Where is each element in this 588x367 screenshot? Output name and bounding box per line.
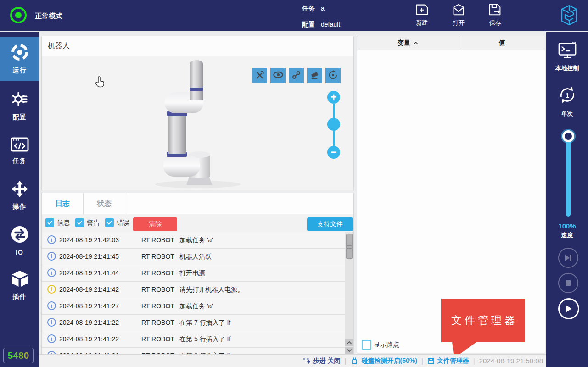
log-row[interactable]: i 2024-08-19 21:41:22 RT ROBOT 在第 5 行插入了… [42, 331, 345, 348]
new-task-button[interactable]: 新建 [408, 3, 436, 27]
counter-badge: 5480 [3, 348, 34, 363]
robot-arm-model [152, 56, 244, 189]
skip-icon [564, 254, 572, 261]
collision-detection-status[interactable]: 碰撞检测开启(50%) [351, 357, 417, 365]
sidebar-item-io[interactable]: IO [0, 224, 39, 257]
file-manager-callout: 文件管理器 [441, 299, 525, 342]
right-sidebar: 本地控制 1 单次 100% 速度 [546, 32, 588, 367]
log-row[interactable]: i 2024-08-19 21:41:44 RT ROBOT 打开电源 [42, 265, 345, 282]
minus-icon: − [331, 146, 337, 158]
single-loop-icon: 1 [557, 84, 578, 107]
support-files-button[interactable]: 支持文件 [307, 217, 353, 231]
scroll-down-button[interactable] [345, 347, 353, 354]
local-control-button[interactable]: 本地控制 [546, 41, 588, 72]
new-file-icon [414, 10, 429, 18]
gear-icon [11, 90, 29, 110]
zoom-slider-handle[interactable] [327, 118, 340, 131]
left-sidebar: 运行 配置 任务 操作 IO 插件 5480 [0, 32, 39, 367]
log-source: RT ROBOT [141, 269, 174, 277]
log-source: RT ROBOT [141, 236, 174, 244]
info-icon: i [47, 252, 56, 261]
log-row[interactable]: i 2024-08-19 21:41:27 RT ROBOT 加载任务 'a' [42, 298, 345, 315]
filter-error-checkbox[interactable]: 错误 [105, 218, 129, 227]
sort-caret-up-icon [413, 41, 419, 45]
log-row[interactable]: i 2024-08-19 21:42:03 RT ROBOT 加载任务 'a' [42, 232, 345, 249]
open-task-button[interactable]: 打开 [444, 3, 473, 27]
log-source: RT ROBOT [141, 302, 174, 310]
config-label: 配置 [302, 21, 315, 28]
column-header-variable[interactable]: 变量 [357, 36, 459, 50]
top-navbar: 正常模式 任务a 配置default 新建 打开 保存 [0, 0, 588, 31]
log-message: 打开电源 [179, 269, 205, 278]
step-icon [303, 357, 311, 364]
robot-panel: 机器人 [41, 36, 354, 190]
speed-label: 速度 [546, 231, 588, 239]
show-waypoints-checkbox[interactable] [362, 340, 371, 350]
step-status-label: 步进 关闭 [313, 357, 341, 365]
separator: | [473, 357, 475, 365]
mode-label: 正常模式 [35, 12, 62, 21]
info-icon: i [47, 318, 56, 327]
visibility-button[interactable] [270, 68, 286, 83]
status-bar: 步进 关闭 | 碰撞检测开启(50%) | 文件管理器 | 2024-08-19… [39, 354, 546, 367]
separator: | [421, 357, 423, 365]
speed-slider-track[interactable] [566, 138, 571, 217]
speed-slider-handle[interactable] [562, 130, 574, 142]
play-button[interactable] [558, 298, 579, 319]
info-icon: i [47, 268, 56, 277]
zoom-in-button[interactable]: + [327, 91, 340, 104]
path-button[interactable] [289, 68, 304, 83]
scrollbar-thumb[interactable] [346, 234, 353, 259]
plugin-cube-icon [11, 270, 29, 289]
config-value: default [321, 21, 340, 28]
log-scrollbar[interactable] [345, 232, 353, 354]
sidebar-item-task[interactable]: 任务 [0, 134, 39, 167]
step-forward-button[interactable] [558, 248, 578, 268]
plus-icon: + [331, 91, 337, 103]
info-icon: i [47, 351, 56, 354]
filter-info-checkbox[interactable]: 信息 [45, 218, 70, 227]
log-message: 机器人活跃 [179, 253, 212, 261]
io-icon [11, 225, 29, 245]
brand-logo-icon [560, 4, 578, 28]
log-time: 2024-08-19 21:41:22 [59, 319, 119, 326]
tools-button[interactable] [252, 68, 267, 83]
save-task-button[interactable]: 保存 [481, 3, 510, 27]
reset-view-button[interactable] [325, 68, 341, 83]
log-row[interactable]: i 2024-08-19 21:41:22 RT ROBOT 在第 7 行插入了… [42, 315, 345, 331]
column-header-value[interactable]: 值 [459, 36, 545, 50]
zoom-out-button[interactable]: − [327, 146, 340, 159]
tab-status[interactable]: 状态 [84, 193, 125, 214]
stop-button[interactable] [558, 273, 578, 293]
single-run-button[interactable]: 1 单次 [546, 84, 588, 118]
path-icon [291, 70, 301, 82]
sidebar-item-config[interactable]: 配置 [0, 89, 39, 122]
sidebar-item-label: 运行 [13, 67, 27, 75]
tab-log[interactable]: 日志 [42, 193, 84, 214]
separator: | [345, 357, 347, 365]
file-manager-icon [427, 357, 435, 365]
mode-status-icon [10, 7, 27, 23]
sidebar-item-plugin[interactable]: 插件 [0, 269, 39, 302]
open-label: 打开 [444, 19, 473, 27]
log-row[interactable]: ! 2024-08-19 21:41:42 RT ROBOT 请先打开机器人电源… [42, 282, 345, 298]
sidebar-item-run[interactable]: 运行 [0, 37, 39, 81]
clear-log-button[interactable]: 清除 [133, 217, 177, 231]
filter-warn-checkbox[interactable]: 警告 [75, 218, 100, 227]
log-time: 2024-08-19 21:41:22 [59, 335, 119, 343]
sidebar-item-operate[interactable]: 操作 [0, 179, 39, 212]
filter-error-label: 错误 [117, 219, 129, 227]
eraser-button[interactable] [307, 68, 322, 83]
robot-3d-view[interactable]: + − [42, 56, 353, 190]
log-row[interactable]: i 2024-08-19 21:41:45 RT ROBOT 机器人活跃 [42, 249, 345, 265]
save-icon [488, 10, 503, 18]
file-manager-button[interactable]: 文件管理器 [427, 357, 469, 365]
scroll-up-button[interactable] [345, 339, 353, 346]
task-row: 任务a [302, 5, 325, 13]
new-label: 新建 [408, 19, 436, 27]
svg-text:1: 1 [565, 91, 569, 99]
log-list: i 2024-08-19 21:42:03 RT ROBOT 加载任务 'a' … [42, 232, 353, 354]
step-mode-status[interactable]: 步进 关闭 [303, 357, 341, 365]
log-row[interactable]: i 2024-08-19 21:41:21 RT ROBOT 在第 3 行插入了… [42, 348, 345, 354]
variables-panel: 变量 值 显示路点 文件管理器 [357, 36, 545, 353]
